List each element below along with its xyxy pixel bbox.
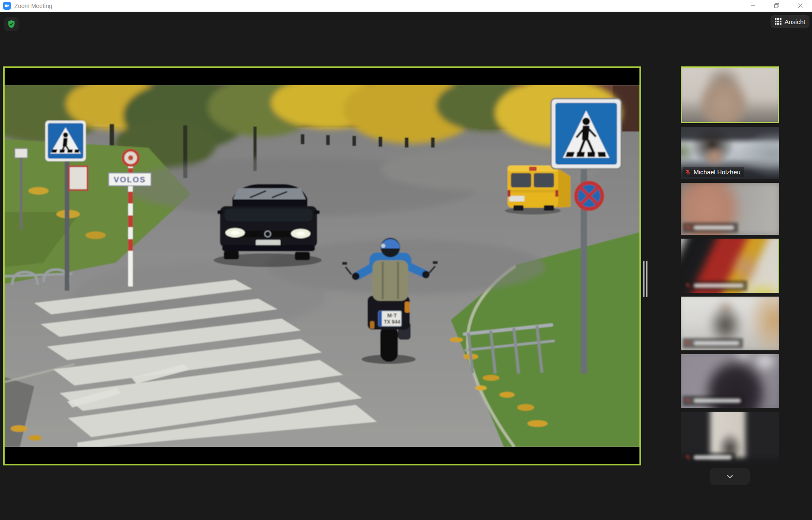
window-title: Zoom Meeting	[14, 3, 741, 9]
shared-screen-photo: VOLOS	[5, 85, 639, 447]
participant-name-label-blurred	[683, 338, 743, 348]
muted-mic-icon	[685, 454, 691, 461]
participant-name-label-blurred	[683, 396, 745, 406]
restore-button[interactable]	[765, 0, 788, 11]
no-stopping-sign	[576, 183, 602, 209]
view-button-label: Ansicht	[785, 18, 805, 25]
participant-name-label-blurred	[683, 223, 738, 233]
participant-tile-active-speaker[interactable]	[681, 66, 779, 123]
moto-plate-line1: M·T	[387, 312, 397, 319]
participant-name-label: Michael Holzheu	[683, 167, 744, 177]
muted-mic-icon	[685, 340, 691, 347]
zoom-app-icon	[3, 2, 11, 10]
shield-check-icon	[7, 19, 16, 29]
minimize-button[interactable]	[741, 0, 765, 11]
security-button[interactable]	[4, 17, 19, 31]
participant-name-label-blurred	[683, 452, 735, 462]
view-button[interactable]: Ansicht	[771, 15, 809, 28]
moto-plate-line2: TX 944	[384, 319, 401, 325]
close-button[interactable]	[788, 0, 812, 11]
shared-screen: VOLOS	[3, 66, 641, 465]
street-sign-text: VOLOS	[114, 175, 146, 184]
participant-tile[interactable]	[681, 412, 779, 465]
zoom-meeting-window: Zoom Meeting Ansicht	[0, 0, 812, 520]
participant-tile[interactable]	[681, 354, 779, 408]
active-speaker-edge	[778, 239, 779, 293]
chevron-down-icon	[726, 472, 734, 481]
title-bar: Zoom Meeting	[0, 0, 812, 12]
muted-mic-icon	[685, 169, 691, 175]
yellow-van	[505, 165, 571, 215]
participant-video	[682, 68, 778, 122]
muted-mic-icon	[685, 398, 691, 404]
meeting-toolbar: Audio ein Video beenden	[0, 491, 812, 520]
muted-mic-icon	[685, 283, 691, 289]
panel-drag-handle[interactable]	[643, 261, 648, 297]
participant-tile[interactable]	[681, 297, 779, 350]
participant-tile-michael-holzheu[interactable]: Michael Holzheu	[681, 127, 779, 179]
participant-name-label-blurred	[683, 281, 747, 291]
participant-tile[interactable]	[681, 183, 779, 235]
grid-icon	[775, 18, 782, 25]
participant-name: Michael Holzheu	[694, 168, 741, 176]
muted-mic-icon	[685, 225, 691, 231]
collapse-panel-button[interactable]	[710, 468, 750, 485]
participant-tile[interactable]	[681, 239, 779, 293]
